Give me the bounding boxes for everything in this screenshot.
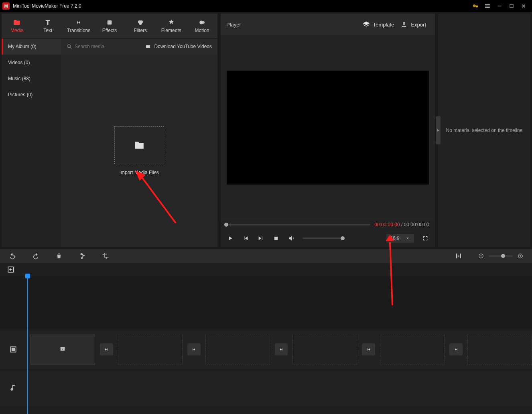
template-button[interactable]: Template (359, 18, 398, 30)
svg-rect-9 (274, 237, 278, 240)
svg-rect-14 (520, 255, 520, 257)
player-viewport (221, 35, 435, 220)
timeline-toolbar (0, 249, 532, 263)
clip-slot[interactable] (380, 334, 445, 365)
media-categories: My Album (0) Videos (0) Music (88) Pictu… (2, 39, 61, 247)
aspect-ratio-value: 16:9 (390, 235, 400, 241)
media-panel: Media Text Transitions Effects Filters (2, 14, 217, 247)
svg-rect-17 (10, 268, 11, 271)
sidebar-item-videos[interactable]: Videos (0) (2, 55, 61, 71)
tab-motion[interactable]: Motion (187, 14, 217, 38)
import-media-label: Import Media Files (120, 170, 159, 175)
svg-rect-2 (108, 20, 112, 24)
redo-button[interactable] (31, 252, 40, 260)
svg-rect-1 (510, 4, 513, 8)
svg-rect-0 (497, 6, 501, 6)
tab-text-label: Text (43, 28, 52, 33)
tab-transitions-label: Transitions (67, 28, 90, 33)
timecode-total: 00:00:00.00 (404, 222, 429, 227)
download-youtube-label: Download YouTube Videos (154, 44, 212, 49)
transition-slot[interactable] (187, 343, 201, 355)
timecode-current: 00:00:00.00 (374, 222, 400, 227)
tab-transitions[interactable]: Transitions (63, 14, 94, 38)
export-button[interactable]: Export (397, 18, 429, 30)
key-icon[interactable] (469, 0, 481, 12)
zoom-out-button[interactable] (477, 252, 485, 260)
prev-frame-button[interactable] (242, 234, 250, 242)
clip-slot[interactable] (118, 334, 183, 365)
stop-button[interactable] (272, 234, 280, 242)
app-title: MiniTool MovieMaker Free 7.2.0 (13, 3, 81, 9)
titlebar: M MiniTool MovieMaker Free 7.2.0 (0, 0, 532, 12)
split-button[interactable] (78, 252, 87, 260)
crop-button[interactable] (101, 252, 110, 260)
minimize-button[interactable] (493, 0, 506, 12)
sidebar-item-myalbum[interactable]: My Album (0) (2, 39, 61, 55)
delete-button[interactable] (55, 252, 63, 260)
player-scrubber[interactable] (226, 224, 370, 225)
tab-elements[interactable]: Elements (156, 14, 187, 38)
clip-slot[interactable] (30, 334, 95, 365)
tab-media-label: Media (10, 28, 24, 33)
transition-slot[interactable] (449, 343, 463, 355)
video-track (0, 329, 532, 369)
zoom-slider[interactable] (489, 255, 513, 257)
properties-panel: No material selected on the timeline (438, 14, 530, 247)
tab-elements-label: Elements (161, 28, 181, 33)
no-selection-message: No material selected on the timeline (446, 128, 523, 133)
search-media[interactable] (67, 44, 142, 49)
clip-slot[interactable] (467, 334, 532, 365)
player-panel: Player Template Export 00:00:00.00 / 00:… (221, 14, 435, 247)
tab-filters[interactable]: Filters (125, 14, 156, 38)
maximize-button[interactable] (506, 0, 518, 12)
transition-slot[interactable] (100, 343, 113, 355)
player-canvas (227, 71, 429, 185)
tab-effects-label: Effects (102, 28, 117, 33)
tab-motion-label: Motion (195, 28, 209, 33)
tab-filters-label: Filters (134, 28, 147, 33)
volume-slider[interactable] (303, 237, 343, 239)
clip-slot[interactable] (205, 334, 270, 365)
fit-timeline-button[interactable] (454, 252, 463, 260)
audio-track-icon (0, 384, 26, 391)
svg-rect-18 (12, 347, 15, 351)
play-button[interactable] (226, 234, 234, 242)
transition-slot[interactable] (362, 343, 375, 355)
svg-point-5 (139, 22, 142, 25)
tab-text[interactable]: Text (32, 14, 63, 38)
add-track-button[interactable] (6, 265, 15, 274)
download-youtube-button[interactable]: Download YouTube Videos (145, 44, 212, 49)
sidebar-item-pictures[interactable]: Pictures (0) (2, 87, 61, 103)
audio-track (0, 369, 532, 405)
tab-effects[interactable]: Effects (94, 14, 125, 38)
playhead[interactable] (27, 276, 28, 414)
svg-rect-8 (146, 45, 150, 48)
top-tabs: Media Text Transitions Effects Filters (2, 14, 217, 39)
import-media-button[interactable] (114, 126, 164, 164)
media-area: Download YouTube Videos Import Media Fil… (61, 39, 217, 247)
close-button[interactable] (518, 0, 530, 12)
zoom-in-button[interactable] (517, 252, 524, 260)
app-logo: M (2, 2, 10, 10)
next-frame-button[interactable] (257, 234, 265, 242)
timecode-sep: / (400, 222, 404, 227)
zoom-control (477, 252, 524, 260)
undo-button[interactable] (8, 252, 17, 260)
svg-rect-11 (480, 256, 482, 256)
collapse-right-panel[interactable] (436, 116, 441, 144)
volume-icon[interactable] (287, 234, 295, 242)
clip-slot[interactable] (292, 334, 357, 365)
fullscreen-button[interactable] (421, 234, 429, 242)
sidebar-item-music[interactable]: Music (88) (2, 71, 61, 87)
player-title: Player (226, 22, 241, 28)
timeline-ruler[interactable] (0, 276, 532, 329)
template-label: Template (373, 22, 394, 28)
search-input[interactable] (75, 44, 131, 49)
menu-icon[interactable] (481, 0, 493, 12)
video-track-icon (0, 345, 26, 353)
svg-point-7 (202, 21, 205, 24)
aspect-ratio-dropdown[interactable]: 16:9 (386, 234, 414, 243)
tab-media[interactable]: Media (2, 14, 32, 38)
transition-slot[interactable] (275, 343, 288, 355)
timeline (0, 263, 532, 414)
